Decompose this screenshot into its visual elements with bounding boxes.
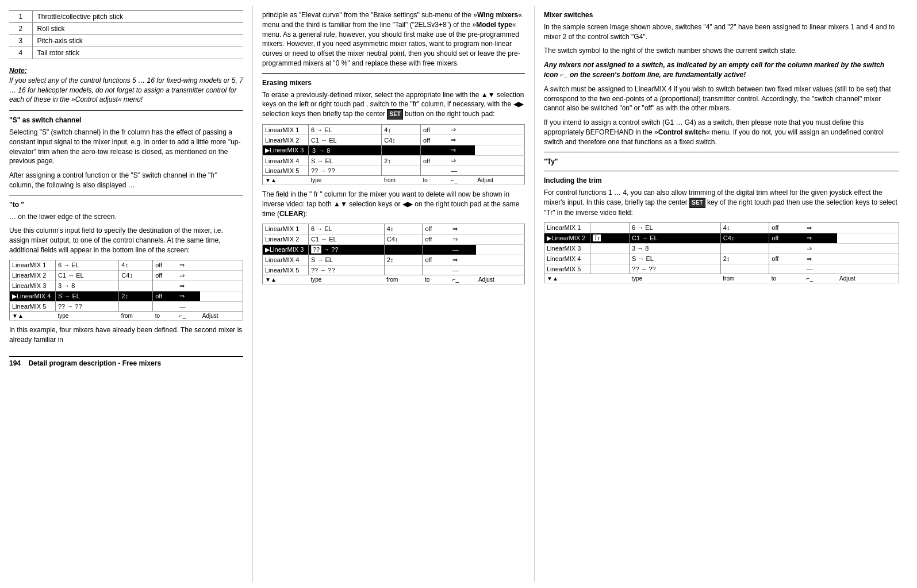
ty-title: "Ty" (544, 157, 899, 167)
mixer-name: LinearMIX 5 (544, 264, 590, 274)
mixer-switch-empty (382, 145, 421, 156)
mixer-switch-empty (720, 243, 769, 253)
mixer-from: C1 → EL (630, 233, 721, 243)
mixer-from: 3 → 8 (630, 243, 721, 253)
mixer-row-1: LinearMIX 1 6 → EL 4↕ off ⇒ (263, 224, 525, 234)
mixer-row-3-selected: ▶LinearMIX 3 3 → 8 ⇒ (263, 145, 525, 156)
mixer-switch: 4↕ (382, 125, 421, 135)
mixer-row-2-selected: ▶LinearMIX 2 Tr C1 → EL C4↕ off ⇒ (544, 233, 899, 243)
footer-arrows: ▼▲ (263, 176, 309, 185)
mixer-switch: 4↕ (384, 224, 423, 234)
mixer-off-empty (153, 280, 177, 291)
mixer-from: ?? → ?? (309, 265, 385, 275)
mixer-switch: 2↕ (119, 291, 153, 301)
footer-adjust: Adjust (475, 176, 524, 185)
mixer-switches-p2: The switch symbol to the right of the sw… (544, 46, 899, 56)
mixer-from: 6 → EL (309, 224, 385, 234)
mixer-arrow: ⇒ (804, 222, 837, 233)
row-num: 3 (9, 35, 32, 47)
footer-switch: ⌐_ (177, 311, 200, 320)
mixer-off-empty (423, 265, 450, 275)
left-column: 1 Throttle/collective pitch stick 2 Roll… (0, 6, 253, 582)
mixer-off: off (153, 270, 177, 280)
set-button-icon-right: SET (689, 198, 705, 208)
highlight-qq: ?? (311, 245, 321, 253)
mixer-arrow: ⇒ (177, 260, 200, 270)
mixer-off: off (153, 260, 177, 270)
mixer-from: ?? → ?? (56, 301, 119, 311)
mixer-display-left: LinearMIX 1 6 → EL 4↕ off ⇒ LinearMIX 2 … (9, 260, 243, 321)
s-switch-title: "S" as switch channel (9, 116, 243, 125)
mixer-empty-type (590, 222, 630, 233)
mixer-arrow: ⇒ (450, 234, 476, 244)
mixer-arrow: ⇒ (450, 224, 476, 234)
bold-italic-para: Any mixers not assigned to a switch, as … (544, 60, 899, 80)
mixer-dash: — (177, 301, 200, 311)
mixer-switch: C4↕ (119, 270, 153, 280)
bottom-text: In this example, four mixers have alread… (9, 325, 243, 345)
to-title: "to " (9, 200, 243, 210)
mixer-row-5: LinearMIX 5 ?? → ?? — (10, 301, 243, 311)
mixer-switch-empty (119, 301, 153, 311)
mixer-arrow: ⇒ (448, 156, 475, 166)
mixer-row-3: LinearMIX 3 3 → 8 ⇒ (544, 243, 899, 253)
mixer-from: ?? → ?? (630, 264, 721, 274)
mixer-arrow: ⇒ (448, 145, 475, 156)
footer-arrows: ▼▲ (263, 275, 309, 284)
table-row: 4 Tail rotor stick (9, 47, 243, 59)
mixer-name: ▶LinearMIX 3 (263, 145, 309, 156)
mixer-from: 6 → EL (56, 260, 119, 270)
mixer-from-highlight2: ?? → ?? (309, 244, 385, 255)
page-footer-area: 194 Detail program description - Free mi… (9, 356, 243, 367)
footer-to: to (421, 176, 449, 185)
mixer-off: off (769, 233, 804, 243)
mixer-dash: — (804, 264, 837, 274)
mixer-off: off (421, 156, 449, 166)
footer-to: to (423, 275, 450, 284)
mixer-from: S → EL (309, 255, 385, 265)
mixer-from: S → EL (630, 253, 721, 264)
mixer-name: ▶LinearMIX 4 (10, 291, 56, 301)
mixer-arrow: — (450, 244, 476, 255)
mixer-switch: 2↕ (720, 253, 769, 264)
mixer-name: LinearMIX 2 (263, 135, 309, 145)
mixer-switches-p1: In the sample screen image shown above, … (544, 22, 899, 42)
s-switch-p1: Selecting "S" (switch channel) in the fr… (9, 128, 243, 166)
mixer-from: 6 → EL (630, 222, 721, 233)
mixer-off: off (769, 253, 804, 264)
mixer-name: ▶LinearMIX 3 (263, 244, 309, 255)
mixer-off: off (769, 222, 804, 233)
footer-adjust: Adjust (837, 274, 899, 283)
mixer-row-5: LinearMIX 5 ?? → ?? — (263, 265, 525, 275)
mixer-empty-type (590, 243, 630, 253)
mixer-switch: 2↕ (384, 255, 423, 265)
mixer-display-right: LinearMIX 1 6 → EL 4↕ off ⇒ ▶LinearMIX 2… (544, 222, 899, 283)
mixer-from: S → EL (56, 291, 119, 301)
mixer-name: LinearMIX 3 (544, 243, 590, 253)
mixer-tr-highlight: Tr (590, 233, 630, 243)
mixer-row-1: LinearMIX 1 6 → EL 4↕ off ⇒ (10, 260, 243, 270)
mixer-off-empty (421, 145, 449, 156)
row-label: Roll stick (32, 23, 243, 35)
divider (262, 73, 525, 74)
mixer-dash: — (448, 166, 475, 176)
mixer-name: LinearMIX 4 (263, 156, 309, 166)
mixer-footer-2: ▼▲ type from to ⌐_ Adjust (263, 275, 525, 284)
mixer-from: ?? → ?? (309, 166, 382, 176)
mixer-off-empty (421, 166, 449, 176)
row-num: 1 (9, 11, 32, 23)
footer-from: from (382, 176, 421, 185)
mixer-switch-empty (384, 265, 423, 275)
table-row: 3 Pitch-axis stick (9, 35, 243, 47)
erasing-title: Erasing mixers (262, 78, 525, 88)
mixer-arrow: ⇒ (804, 253, 837, 264)
mixer-from: 3 → 8 (56, 280, 119, 291)
mixer-display-mid1: LinearMIX 1 6 → EL 4↕ off ⇒ LinearMIX 2 … (262, 124, 525, 185)
note-label: Note: (9, 67, 27, 75)
mixer-row-4-selected: ▶LinearMIX 4 S → EL 2↕ off ⇒ (10, 291, 243, 301)
mixer-switch: C4↕ (720, 233, 769, 243)
right-column: Mixer switches In the sample screen imag… (535, 6, 908, 582)
footer-from: from (384, 275, 423, 284)
mixer-dash: — (450, 265, 476, 275)
mixer-row-5: LinearMIX 5 ?? → ?? — (263, 166, 525, 176)
